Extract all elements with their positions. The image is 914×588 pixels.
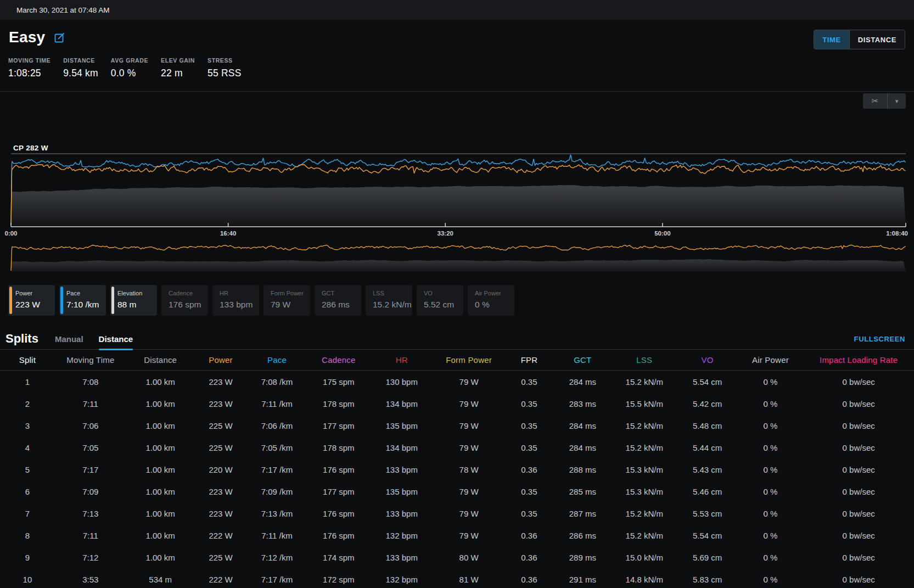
table-row[interactable]: 103:53534 m222 W7:17 /km172 spm132 bpm81…: [0, 568, 914, 588]
toggle-distance-button[interactable]: DISTANCE: [849, 30, 905, 49]
table-row[interactable]: 37:061.00 km225 W7:06 /km177 spm135 bpm7…: [0, 415, 914, 436]
main-chart[interactable]: 0:0016:4033:2050:001:08:40: [0, 137, 914, 239]
cell-pace: 7:12 /km: [247, 553, 307, 562]
cell-pace: 7:08 /km: [247, 377, 307, 387]
cell-impact-loading-rate: 0 bw/sec: [803, 531, 913, 540]
stat-label: STRESS: [208, 57, 242, 64]
cell-form-power: 79 W: [433, 421, 504, 430]
metric-card-label: Pace: [66, 290, 106, 296]
cell-form-power: 79 W: [433, 377, 504, 387]
table-row[interactable]: 77:131.00 km223 W7:13 /km176 spm133 bpm7…: [0, 502, 914, 524]
crop-activity-button[interactable]: ✂: [863, 93, 887, 109]
metric-card-label: Form Power: [271, 290, 310, 296]
cell-split: 1: [0, 377, 55, 387]
cell-moving-time: 7:17: [55, 465, 126, 474]
cell-lss: 15.2 kN/m: [612, 443, 677, 452]
x-axis-tick-label: 1:08:40: [886, 230, 908, 237]
cell-vo: 5.83 cm: [677, 575, 738, 584]
metric-card-power[interactable]: Power223 W: [8, 285, 55, 316]
metric-card-label: GCT: [322, 290, 361, 296]
scissors-icon: ✂: [872, 96, 879, 106]
metric-card-value: 15.2 kN/m: [373, 300, 412, 310]
metric-card-value: 79 W: [271, 300, 310, 310]
cell-pace: 7:17 /km: [247, 575, 307, 584]
cell-vo: 5.46 cm: [677, 487, 738, 496]
splits-title: Splits: [5, 332, 38, 346]
cell-vo: 5.54 cm: [677, 377, 738, 387]
metric-card-value: 88 m: [117, 300, 157, 310]
table-row[interactable]: 27:111.00 km223 W7:11 /km178 spm134 bpm7…: [0, 393, 914, 415]
cell-moving-time: 7:12: [55, 553, 126, 562]
cell-cadence: 174 spm: [307, 553, 370, 562]
metric-card-gct[interactable]: GCT286 ms: [315, 285, 361, 316]
tab-manual[interactable]: Manual: [55, 328, 83, 349]
fullscreen-button[interactable]: FULLSCREEN: [854, 335, 905, 343]
cell-gct: 291 ms: [554, 575, 612, 584]
cell-gct: 288 ms: [554, 465, 612, 474]
cell-lss: 15.3 kN/m: [612, 487, 677, 496]
x-axis-tick-label: 33:20: [438, 230, 453, 237]
cell-impact-loading-rate: 0 bw/sec: [803, 443, 913, 452]
cell-hr: 134 bpm: [370, 399, 433, 408]
cell-air-power: 0 %: [738, 399, 804, 408]
activity-title: Easy: [9, 29, 45, 46]
cell-fpr: 0.35: [504, 443, 554, 452]
metric-card-form-power[interactable]: Form Power79 W: [263, 285, 310, 316]
x-axis-tick-label: 0:00: [4, 230, 17, 237]
splits-section: Splits Manual Distance FULLSCREEN SplitM…: [0, 328, 914, 588]
metric-card-lss[interactable]: LSS15.2 kN/m: [366, 285, 412, 316]
metric-card-cadence[interactable]: Cadence176 spm: [161, 285, 208, 316]
cell-split: 7: [0, 509, 55, 518]
cell-gct: 284 ms: [554, 443, 612, 452]
table-row[interactable]: 17:081.00 km223 W7:08 /km175 spm130 bpm7…: [0, 371, 914, 393]
cell-air-power: 0 %: [738, 443, 804, 452]
table-row[interactable]: 87:111.00 km222 W7:11 /km176 spm132 bpm7…: [0, 524, 914, 546]
cell-distance: 1.00 km: [126, 509, 195, 518]
cell-vo: 5.42 cm: [677, 399, 738, 408]
cell-form-power: 79 W: [433, 531, 504, 540]
table-row[interactable]: 97:121.00 km225 W7:12 /km174 spm133 bpm8…: [0, 546, 914, 568]
cell-air-power: 0 %: [738, 509, 804, 518]
stat-stress: STRESS 55 RSS: [208, 57, 242, 79]
metric-cards: Power223 WPace7:10 /kmElevation88 mCaden…: [8, 285, 514, 316]
cell-split: 3: [0, 421, 55, 430]
cell-moving-time: 7:06: [55, 421, 126, 430]
table-row[interactable]: 57:171.00 km220 W7:17 /km176 spm133 bpm7…: [0, 458, 914, 480]
stat-elev-gain: ELEV GAIN 22 m: [161, 57, 195, 79]
cell-pace: 7:13 /km: [247, 509, 307, 518]
metric-card-hr[interactable]: HR133 bpm: [212, 285, 259, 316]
table-row[interactable]: 47:051.00 km225 W7:05 /km178 spm134 bpm7…: [0, 436, 914, 458]
crop-menu-button[interactable]: ▾: [887, 93, 906, 109]
cell-distance: 1.00 km: [126, 377, 195, 387]
metric-card-label: Air Power: [475, 290, 514, 296]
cell-distance: 1.00 km: [126, 487, 195, 496]
cell-cadence: 175 spm: [307, 377, 370, 387]
chart-minimap[interactable]: [0, 239, 914, 275]
metric-card-air-power[interactable]: Air Power0 %: [468, 285, 514, 316]
table-row[interactable]: 67:091.00 km223 W7:09 /km177 spm135 bpm7…: [0, 480, 914, 502]
cell-distance: 534 m: [126, 575, 195, 584]
metric-card-value: 0 %: [475, 300, 514, 310]
stat-avg-grade: AVG GRADE 0.0 %: [111, 57, 148, 79]
metric-card-label: HR: [220, 290, 259, 296]
metric-card-vo[interactable]: VO5.52 cm: [417, 285, 463, 316]
metric-card-value: 7:10 /km: [66, 300, 106, 310]
cell-vo: 5.69 cm: [677, 553, 738, 562]
cell-cadence: 176 spm: [307, 465, 370, 474]
metric-card-elevation[interactable]: Elevation88 m: [110, 285, 157, 316]
column-header-hr: HR: [370, 355, 433, 365]
cell-fpr: 0.35: [504, 377, 554, 387]
metric-accent-bar: [9, 287, 12, 314]
metric-card-pace[interactable]: Pace7:10 /km: [59, 285, 106, 316]
cell-air-power: 0 %: [738, 575, 804, 584]
toggle-time-button[interactable]: TIME: [814, 30, 849, 49]
cell-air-power: 0 %: [738, 465, 804, 474]
cell-vo: 5.54 cm: [677, 531, 738, 540]
cell-split: 9: [0, 553, 55, 562]
cell-form-power: 81 W: [433, 575, 504, 584]
edit-title-button[interactable]: [54, 31, 66, 43]
cell-impact-loading-rate: 0 bw/sec: [803, 421, 913, 430]
tab-distance[interactable]: Distance: [99, 328, 133, 349]
cell-lss: 15.2 kN/m: [612, 531, 677, 540]
metric-card-label: Elevation: [117, 290, 157, 296]
